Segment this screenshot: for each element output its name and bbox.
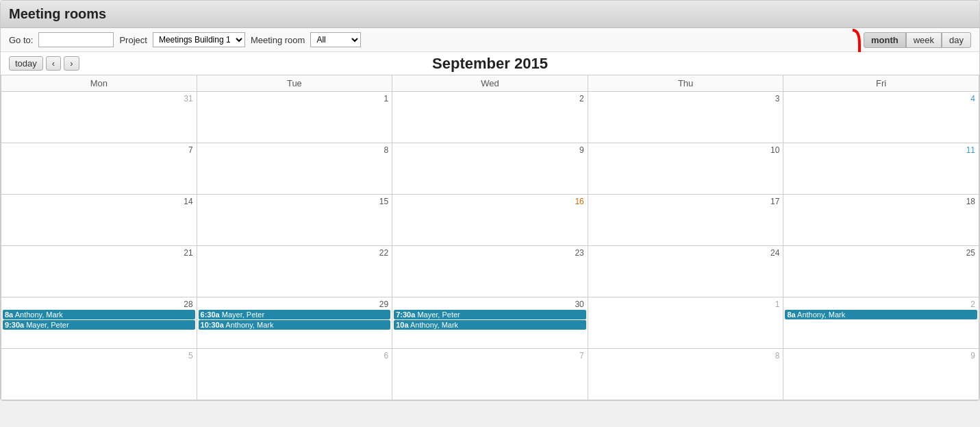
calendar-cell[interactable]: 18 xyxy=(783,195,979,246)
day-number: 24 xyxy=(590,247,782,258)
goto-input[interactable] xyxy=(38,32,114,47)
calendar-event[interactable]: 8a Anthony, Mark xyxy=(3,310,195,319)
view-buttons: month week day xyxy=(864,32,971,48)
header-fri: Fri xyxy=(783,75,979,92)
calendar-cell[interactable]: 23 xyxy=(392,246,588,297)
month-title: September 2015 xyxy=(432,55,548,73)
calendar-cell[interactable]: 14 xyxy=(1,195,197,246)
day-number: 7 xyxy=(3,145,195,156)
calendar-cell[interactable]: 21 xyxy=(1,246,197,297)
day-number: 1 xyxy=(199,93,391,104)
header-wed: Wed xyxy=(392,75,588,92)
next-button[interactable]: › xyxy=(64,56,79,71)
room-select[interactable]: All Room A Room B xyxy=(310,32,361,47)
day-number: 22 xyxy=(199,247,391,258)
calendar-cell[interactable]: 7 xyxy=(1,143,197,195)
calendar-cell[interactable]: 31 xyxy=(1,92,197,143)
day-number: 14 xyxy=(3,196,195,207)
day-view-button[interactable]: day xyxy=(942,32,971,48)
calendar-cell[interactable]: 2 xyxy=(392,92,588,143)
calendar-event[interactable]: 9:30a Mayer, Peter xyxy=(3,320,195,330)
day-number: 23 xyxy=(394,247,586,258)
month-view-button[interactable]: month xyxy=(864,32,906,48)
calendar-cell[interactable]: 1 xyxy=(588,297,783,349)
calendar-cell[interactable]: 16 xyxy=(392,195,588,246)
calendar-week-row: 288a Anthony, Mark9:30a Mayer, Peter296:… xyxy=(1,297,979,349)
room-label: Meeting room xyxy=(251,35,305,45)
calendar-week-row: 7891011 xyxy=(1,143,979,195)
day-number: 2 xyxy=(785,299,977,310)
calendar-week-row: 56789 xyxy=(1,349,979,400)
calendar-grid: Mon Tue Wed Thu Fri 31123478910111415161… xyxy=(1,75,979,400)
day-number: 8 xyxy=(590,350,782,361)
calendar-cell[interactable]: 307:30a Mayer, Peter10a Anthony, Mark xyxy=(392,297,588,349)
header-tue: Tue xyxy=(197,75,392,92)
calendar-cell[interactable]: 8 xyxy=(197,143,392,195)
goto-label: Go to: xyxy=(9,35,33,45)
day-number: 1 xyxy=(590,299,782,310)
day-number: 9 xyxy=(785,350,977,361)
day-number: 4 xyxy=(785,93,977,104)
app-container: Meeting rooms Go to: Project Meetings Bu… xyxy=(0,0,980,401)
nav-buttons: today ‹ › xyxy=(9,56,79,71)
calendar-week-row: 2122232425 xyxy=(1,246,979,297)
day-number: 8 xyxy=(199,145,391,156)
nav-bar: today ‹ › September 2015 xyxy=(1,52,979,75)
day-number: 17 xyxy=(590,196,782,207)
calendar-cell[interactable]: 5 xyxy=(1,349,197,400)
project-label: Project xyxy=(119,35,147,45)
day-number: 25 xyxy=(785,247,977,258)
day-number: 10 xyxy=(590,145,782,156)
day-number: 7 xyxy=(394,350,586,361)
header-mon: Mon xyxy=(1,75,197,92)
calendar-cell[interactable]: 15 xyxy=(197,195,392,246)
calendar-cell[interactable]: 10 xyxy=(588,143,783,195)
calendar-cell[interactable]: 8 xyxy=(588,349,783,400)
day-number: 11 xyxy=(785,145,977,156)
today-button[interactable]: today xyxy=(9,56,43,71)
calendar-event[interactable]: 10a Anthony, Mark xyxy=(394,320,586,330)
page-title: Meeting rooms xyxy=(9,6,971,22)
calendar-header-row: Mon Tue Wed Thu Fri xyxy=(1,75,979,92)
day-number: 9 xyxy=(394,145,586,156)
header-thu: Thu xyxy=(588,75,783,92)
calendar-cell[interactable]: 296:30a Mayer, Peter10:30a Anthony, Mark xyxy=(197,297,392,349)
calendar-cell[interactable]: 11 xyxy=(783,143,979,195)
day-number: 29 xyxy=(199,299,391,310)
header-bar: Meeting rooms xyxy=(1,1,979,28)
calendar-week-row: 1415161718 xyxy=(1,195,979,246)
calendar-cell[interactable]: 3 xyxy=(588,92,783,143)
day-number: 28 xyxy=(3,299,195,310)
day-number: 5 xyxy=(3,350,195,361)
calendar-cell[interactable]: 6 xyxy=(197,349,392,400)
calendar-event[interactable]: 7:30a Mayer, Peter xyxy=(394,310,586,319)
calendar-cell[interactable]: 4 xyxy=(783,92,979,143)
calendar-cell[interactable]: 28a Anthony, Mark xyxy=(783,297,979,349)
prev-button[interactable]: ‹ xyxy=(46,56,61,71)
toolbar: Go to: Project Meetings Building 1 Meeti… xyxy=(1,28,979,52)
day-number: 21 xyxy=(3,247,195,258)
project-select[interactable]: Meetings Building 1 Meetings Building 2 xyxy=(153,32,245,47)
day-number: 3 xyxy=(590,93,782,104)
week-view-button[interactable]: week xyxy=(906,32,942,48)
calendar-event[interactable]: 8a Anthony, Mark xyxy=(785,310,977,319)
calendar-cell[interactable]: 7 xyxy=(392,349,588,400)
calendar-cell[interactable]: 1 xyxy=(197,92,392,143)
calendar-cell[interactable]: 288a Anthony, Mark9:30a Mayer, Peter xyxy=(1,297,197,349)
calendar-event[interactable]: 10:30a Anthony, Mark xyxy=(199,320,391,330)
day-number: 16 xyxy=(394,196,586,207)
calendar-cell[interactable]: 24 xyxy=(588,246,783,297)
calendar-cell[interactable]: 17 xyxy=(588,195,783,246)
calendar-cell[interactable]: 9 xyxy=(392,143,588,195)
day-number: 31 xyxy=(3,93,195,104)
day-number: 15 xyxy=(199,196,391,207)
day-number: 30 xyxy=(394,299,586,310)
day-number: 2 xyxy=(394,93,586,104)
day-number: 6 xyxy=(199,350,391,361)
calendar-cell[interactable]: 25 xyxy=(783,246,979,297)
calendar-cell[interactable]: 22 xyxy=(197,246,392,297)
day-number: 18 xyxy=(785,196,977,207)
calendar-cell[interactable]: 9 xyxy=(783,349,979,400)
calendar-event[interactable]: 6:30a Mayer, Peter xyxy=(199,310,391,319)
calendar-week-row: 311234 xyxy=(1,92,979,143)
